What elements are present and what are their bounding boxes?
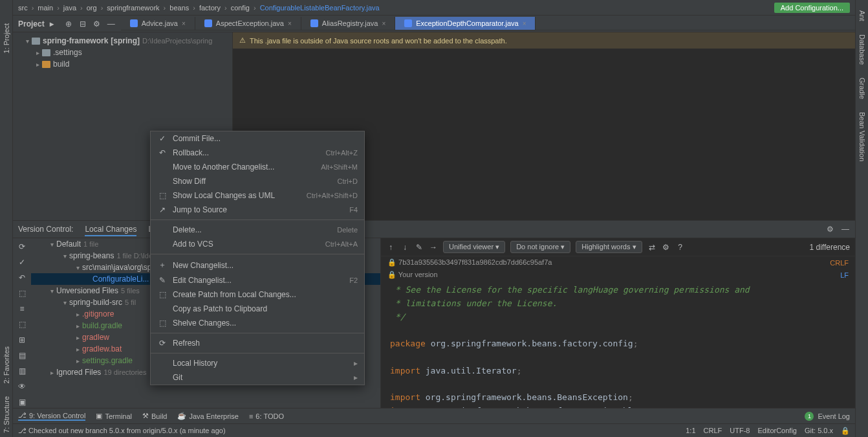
breadcrumb-segment[interactable]: beans (169, 4, 189, 12)
bottom-tool-tab[interactable]: ▣ Terminal (96, 412, 132, 420)
database-tool-tab[interactable]: Database (857, 30, 867, 69)
dropdown-icon[interactable]: ▸ (50, 19, 54, 28)
close-icon[interactable]: × (382, 20, 385, 27)
expand-icon[interactable]: ▤ (17, 351, 27, 360)
collapse-icon[interactable]: ⊟ (78, 19, 87, 28)
breadcrumb-segment[interactable]: factory (199, 4, 221, 12)
gear-icon[interactable]: ⚙ (662, 243, 671, 252)
project-pane-title: Project (18, 19, 45, 28)
menu-item[interactable]: Local History (151, 356, 364, 370)
editor-tab[interactable]: Advice.java× (121, 17, 195, 30)
menu-item[interactable]: ＋New Changelist... (151, 257, 364, 273)
file-icon (310, 19, 318, 27)
editor-tab[interactable]: AspectException.java× (195, 17, 301, 30)
tool-icon: ▣ (96, 412, 102, 420)
editorconfig[interactable]: EditorConfig (757, 427, 797, 435)
group-icon[interactable]: ⊞ (17, 335, 27, 344)
project-tree-item[interactable]: build (13, 58, 232, 70)
file-icon (204, 19, 212, 27)
gear-icon[interactable]: ⚙ (825, 225, 834, 234)
locate-icon[interactable]: ⊕ (64, 19, 73, 28)
bottom-tool-tab[interactable]: ⚒ Build (142, 412, 167, 420)
notification-badge: 1 (805, 412, 814, 421)
hide-icon[interactable]: — (107, 19, 116, 28)
close-icon[interactable]: × (182, 20, 186, 27)
menu-item[interactable]: ↗Jump to SourceF4 (151, 203, 364, 217)
tool-icon: ≡ (249, 412, 253, 420)
collapse-icon[interactable]: ▥ (17, 366, 27, 375)
breadcrumb-segment[interactable]: src (18, 4, 28, 12)
menu-icon: ⬚ (157, 319, 168, 328)
diff-icon[interactable]: ⬚ (17, 289, 27, 298)
warning-text: This .java file is outside of Java sourc… (250, 37, 507, 45)
file-icon (130, 19, 138, 27)
highlight-select[interactable]: Highlight words ▾ (576, 241, 642, 253)
editor-tab[interactable]: ExceptionDepthComparator.java× (395, 17, 536, 30)
menu-icon: ✎ (157, 276, 168, 285)
changelist-icon[interactable]: ≡ (17, 304, 27, 313)
menu-item[interactable]: ⟳Refresh (151, 336, 364, 350)
structure-tool-tab[interactable]: 7: Structure (1, 392, 12, 437)
menu-item[interactable]: ⬚Create Patch from Local Changes... (151, 287, 364, 302)
bottom-tool-tab[interactable]: ⎇ 9: Version Control (18, 411, 85, 421)
jump-icon[interactable]: → (429, 243, 438, 252)
preview-icon[interactable]: 👁 (17, 382, 27, 391)
add-configuration-button[interactable]: Add Configuration... (774, 3, 850, 13)
hide-icon[interactable]: — (841, 225, 850, 234)
menu-item[interactable]: Delete...Delete (151, 223, 364, 237)
cursor-position: 1:1 (686, 427, 695, 435)
tool-icon: ⎇ (18, 411, 27, 420)
line-ending[interactable]: CRLF (704, 427, 722, 435)
prev-diff-icon[interactable]: ↑ (386, 243, 395, 252)
bottom-tool-tab[interactable]: ☕ Java Enterprise (177, 412, 238, 420)
menu-item[interactable]: Move to Another Changelist...Alt+Shift+M (151, 160, 364, 174)
ignore-select[interactable]: Do not ignore ▾ (510, 241, 570, 253)
ant-tool-tab[interactable]: Ant (857, 6, 867, 25)
close-icon[interactable]: × (288, 20, 292, 27)
toggle-icon[interactable]: ▣ (17, 398, 27, 407)
help-icon[interactable]: ? (676, 243, 685, 252)
menu-item[interactable]: ✓Commit File... (151, 131, 364, 146)
viewer-select[interactable]: Unified viewer ▾ (443, 241, 505, 253)
gradle-tool-tab[interactable]: Gradle (857, 74, 867, 103)
project-tool-tab[interactable]: 1: Project (1, 19, 12, 57)
next-diff-icon[interactable]: ↓ (400, 243, 409, 252)
breadcrumb-current[interactable]: ConfigurableListableBeanFactory.java (260, 4, 380, 12)
refresh-icon[interactable]: ⟳ (17, 242, 27, 251)
menu-item[interactable]: ↶Rollback...Ctrl+Alt+Z (151, 146, 364, 160)
git-branch[interactable]: Git: 5.0.x (805, 427, 833, 435)
bottom-tool-tab[interactable]: ≡ 6: TODO (249, 412, 284, 420)
shelve-icon[interactable]: ⬚ (17, 320, 27, 329)
menu-item[interactable]: Show DiffCtrl+D (151, 174, 364, 188)
diff-code: * See the License for the specific langH… (381, 281, 855, 408)
folder-icon (42, 49, 50, 56)
revision-hash: 7b31a935563b3497f831a9862cdb7dd66c95af7a (398, 258, 552, 266)
editor-tab[interactable]: AliasRegistry.java× (301, 17, 395, 30)
close-icon[interactable]: × (523, 20, 526, 27)
breadcrumb-segment[interactable]: java (63, 4, 76, 12)
menu-item[interactable]: ✎Edit Changelist...F2 (151, 273, 364, 287)
event-log-button[interactable]: Event Log (818, 412, 850, 420)
lock-icon[interactable]: 🔒 (841, 427, 850, 435)
gear-icon[interactable]: ⚙ (92, 19, 102, 28)
menu-item[interactable]: ⬚Shelve Changes... (151, 316, 364, 330)
edit-icon[interactable]: ✎ (415, 243, 424, 252)
breadcrumb-segment[interactable]: config (231, 4, 250, 12)
warning-icon: ⚠ (239, 36, 246, 45)
commit-icon[interactable]: ✓ (17, 258, 27, 267)
vcs-tab[interactable]: Local Changes (85, 225, 136, 236)
project-tree-item[interactable]: spring-framework [spring] D:\IdeaProject… (13, 35, 232, 47)
swap-icon[interactable]: ⇄ (647, 243, 656, 252)
breadcrumb-segment[interactable]: springframework (107, 4, 159, 12)
menu-item[interactable]: Git (151, 370, 364, 385)
project-tree-item[interactable]: .settings (13, 47, 232, 58)
breadcrumb-segment[interactable]: org (87, 4, 97, 12)
menu-item[interactable]: Add to VCSCtrl+Alt+A (151, 237, 364, 251)
charset[interactable]: UTF-8 (730, 427, 750, 435)
favorites-tool-tab[interactable]: 2: Favorites (1, 342, 12, 387)
bean-validation-tool-tab[interactable]: Bean Validation (857, 108, 867, 165)
menu-item[interactable]: ⬚Show Local Changes as UMLCtrl+Alt+Shift… (151, 188, 364, 203)
rollback-icon[interactable]: ↶ (17, 273, 27, 282)
breadcrumb-segment[interactable]: main (38, 4, 53, 12)
menu-item[interactable]: Copy as Patch to Clipboard (151, 302, 364, 316)
